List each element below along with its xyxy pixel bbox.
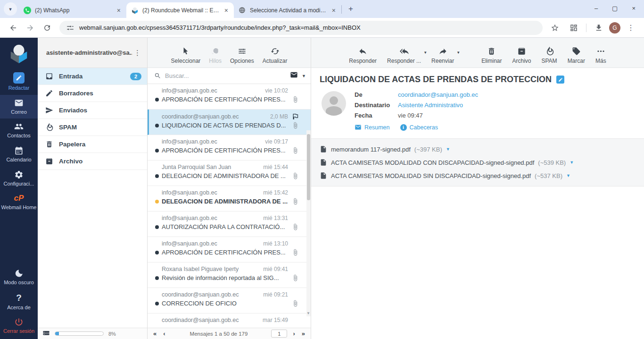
refresh-icon[interactable] — [41, 21, 54, 34]
maximize-button[interactable]: ▢ — [612, 5, 618, 12]
search-input[interactable] — [165, 72, 286, 79]
message-list-panel: Seleccionar Hilos Opciones Actualizar ▼ — [148, 38, 311, 339]
message-row-partial[interactable]: coordinador@sanjuan.gob.ecmar 15:49 — [148, 314, 311, 328]
list-scrollbar[interactable]: ▼ — [306, 130, 311, 316]
message-subject: DELEGACION DE ADMINISTRADORA DE ... — [162, 198, 288, 205]
options-button[interactable]: Opciones — [227, 47, 257, 64]
sidebar-item-contacts[interactable]: Contactos — [0, 119, 38, 143]
search-scope-icon[interactable] — [290, 71, 298, 81]
button-label: Opciones — [230, 58, 254, 64]
forward-icon — [438, 47, 447, 56]
tab-whatsapp[interactable]: (2) WhatsApp × — [19, 2, 126, 18]
folder-sent[interactable]: Enviados — [38, 102, 147, 119]
to-recipient-link[interactable]: Asistente Administrativo — [398, 102, 463, 109]
select-button[interactable]: Seleccionar — [168, 47, 204, 64]
message-row-unread[interactable]: info@sanjuan.gob.ecmié 15:42 DELEGACION … — [148, 186, 311, 212]
message-row[interactable]: info@sanjuan.gob.ecvie 09:17 APROBACIÓN … — [148, 135, 311, 161]
folder-trash[interactable]: Papelera — [38, 136, 147, 153]
reply-button[interactable]: Responder — [346, 47, 380, 64]
message-sender: info@sanjuan.gob.ec — [162, 87, 262, 94]
chrome-menu-icon[interactable]: ⋮ — [624, 21, 637, 34]
scrollbar-down-arrow[interactable]: ▼ — [306, 311, 310, 315]
download-icon[interactable] — [592, 21, 605, 34]
attachment-size: (~397 KB) — [414, 146, 442, 153]
url-input[interactable]: webmail.sanjuan.gob.ec/cpsess3645371171/… — [59, 21, 543, 35]
threads-button[interactable]: Hilos — [206, 47, 224, 64]
prev-page-button[interactable]: ‹ — [162, 330, 166, 337]
scrollbar-thumb[interactable] — [307, 134, 310, 200]
spam-button[interactable]: SPAM — [539, 47, 560, 64]
attachment-menu-caret-icon[interactable]: ▼ — [446, 147, 450, 152]
mark-button[interactable]: Marcar — [565, 47, 588, 64]
tab-actividad[interactable]: Seleccione Actividad a modifica × — [234, 2, 341, 18]
archive-button[interactable]: Archivo — [509, 47, 534, 64]
more-button[interactable]: Más — [593, 47, 609, 64]
bookmark-star-icon[interactable] — [548, 21, 561, 34]
attachment-item[interactable]: ACTA CAMISETAS MODALIDAD SIN DISCAPACIDA… — [320, 169, 636, 182]
folder-spam[interactable]: SPAM — [38, 119, 147, 136]
message-row[interactable]: info@sanjuan.gob.ecmié 13:10 APROBACIÓN … — [148, 237, 311, 263]
link-label: Cabeceras — [410, 124, 438, 131]
summary-link[interactable]: Resumen — [355, 124, 390, 131]
from-address-link[interactable]: coordinador@sanjuan.gob.ec — [398, 91, 478, 98]
first-page-button[interactable]: « — [152, 330, 157, 337]
pagination-label: Mensajes 1 a 50 de 179 — [171, 331, 267, 337]
tab-close-icon[interactable]: × — [331, 7, 337, 14]
refresh-list-button[interactable]: Actualizar — [260, 47, 290, 64]
next-page-button[interactable]: › — [292, 330, 296, 337]
back-icon[interactable] — [7, 21, 20, 34]
message-date-value: vie 09:47 — [398, 112, 423, 119]
fire-icon — [545, 47, 554, 56]
account-menu-icon[interactable]: ⋮ — [132, 49, 143, 57]
sidebar-item-logout[interactable]: Cerrar sesión — [0, 314, 38, 338]
dropdown-caret-icon[interactable]: ▼ — [456, 51, 460, 55]
attachment-menu-caret-icon[interactable]: ▼ — [566, 173, 570, 178]
message-date: vie 10:02 — [265, 87, 288, 94]
sidebar-item-mail[interactable]: Correo — [0, 95, 38, 119]
attachment-name: ACTA CAMISETAS MODALIDAD CON DISCAPACIDA… — [331, 159, 534, 166]
forward-icon[interactable] — [24, 21, 37, 34]
sidebar-item-webmail-home[interactable]: cP Webmail Home — [0, 190, 38, 214]
browser-tab-strip: ▾ (2) WhatsApp × (2) Roundcube Webmail :… — [0, 0, 644, 18]
message-row[interactable]: info@sanjuan.gob.ecvie 10:02 APROBACIÓN … — [148, 84, 311, 110]
message-row[interactable]: info@sanjuan.gob.ecmié 13:31 AUTORIZACIÓ… — [148, 212, 311, 237]
tab-search-button[interactable]: ▾ — [4, 2, 17, 16]
sidebar-item-settings[interactable]: Configuraci... — [0, 167, 38, 191]
folder-inbox[interactable]: Entrada 2 — [38, 68, 147, 85]
sidebar-item-label: Correo — [11, 109, 27, 115]
sidebar-item-about[interactable]: ? Acerca de — [0, 289, 38, 314]
tab-groups-icon[interactable] — [567, 21, 580, 34]
tab-roundcube-active[interactable]: (2) Roundcube Webmail :: Entra × — [126, 2, 234, 18]
forward-button[interactable]: ▼ Reenviar — [429, 47, 457, 64]
folder-drafts[interactable]: Borradores — [38, 85, 147, 102]
flag-icon[interactable] — [291, 113, 299, 120]
tab-close-icon[interactable]: × — [223, 7, 229, 14]
page-input[interactable] — [271, 330, 287, 338]
message-row[interactable]: Junta Parroquial San Juanmié 15:44 DELEG… — [148, 161, 311, 186]
profile-avatar[interactable]: G — [609, 22, 620, 34]
message-row[interactable]: Roxana Isabel Piguave Ipertymié 09:41 Re… — [148, 263, 311, 288]
headers-link[interactable]: i Cabeceras — [400, 124, 438, 131]
tab-close-icon[interactable]: × — [116, 7, 122, 14]
unread-dot — [155, 149, 159, 153]
edit-subject-icon[interactable] — [556, 76, 564, 84]
attachment-item[interactable]: memorandum 117-signed.pdf (~397 KB) ▼ — [320, 143, 636, 156]
sidebar-item-calendar[interactable]: Calendario — [0, 143, 38, 167]
last-page-button[interactable]: » — [301, 330, 306, 337]
reply-all-button[interactable]: ▼ Responder ... — [384, 47, 424, 64]
folder-archive[interactable]: Archivo — [38, 153, 147, 170]
sidebar-item-compose[interactable]: Redactar — [0, 69, 38, 95]
message-list: info@sanjuan.gob.ecvie 10:02 APROBACIÓN … — [148, 84, 311, 328]
attachment-item[interactable]: ACTA CAMISETAS MODALIDAD CON DISCAPACIDA… — [320, 156, 636, 169]
delete-button[interactable]: Eliminar — [479, 47, 504, 64]
search-options-caret-icon[interactable]: ▼ — [302, 74, 306, 78]
minimize-button[interactable]: – — [594, 5, 598, 12]
dropdown-caret-icon[interactable]: ▼ — [423, 51, 427, 55]
attachment-menu-caret-icon[interactable]: ▼ — [570, 160, 574, 165]
message-row[interactable]: coordinador@sanjuan.gob.ecmié 09:21 CORR… — [148, 288, 311, 314]
window-close-button[interactable]: × — [632, 5, 636, 12]
sidebar-item-dark-mode[interactable]: Modo oscuro — [0, 265, 38, 289]
new-tab-button[interactable]: + — [345, 3, 357, 15]
site-settings-icon[interactable] — [66, 21, 74, 34]
message-row-selected[interactable]: coordinador@sanjuan.gob.ec2,0 MB LIQUIDA… — [148, 110, 311, 135]
